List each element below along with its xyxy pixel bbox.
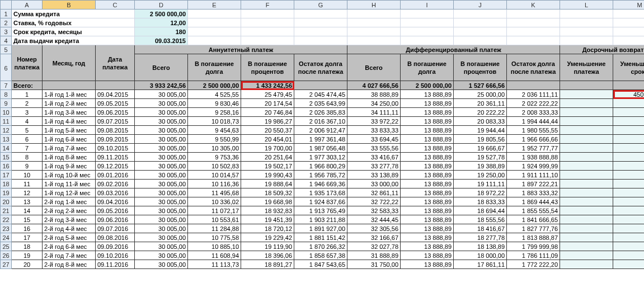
cell-d-total[interactable]: 34 111,11 bbox=[347, 108, 401, 117]
cell-a-balance[interactable]: 1 966 800,29 bbox=[294, 162, 347, 171]
cell-a-interest[interactable]: 19 668,98 bbox=[241, 197, 294, 206]
cell-d-interest[interactable]: 18 833,33 bbox=[454, 197, 507, 206]
row-header-5[interactable]: 5 bbox=[1, 45, 12, 54]
cell-month[interactable]: 1-й год 7-й мес bbox=[43, 144, 96, 153]
cell-a-total[interactable]: 30 005,00 bbox=[135, 117, 188, 126]
cell-date[interactable]: 09.03.2016 bbox=[96, 188, 135, 197]
cell-d-balance[interactable]: 1 980 555,55 bbox=[507, 126, 560, 135]
cell-d-total[interactable]: 32 722,22 bbox=[347, 197, 401, 206]
cell-d-interest[interactable]: 19 944,44 bbox=[454, 126, 507, 135]
col-header-G[interactable]: G bbox=[294, 1, 347, 10]
col-header-J[interactable]: J bbox=[454, 1, 507, 10]
cell-less-pay[interactable] bbox=[560, 108, 613, 117]
cell-num[interactable]: 9 bbox=[12, 162, 43, 171]
cell-month[interactable]: 2-й год 5-й мес bbox=[43, 233, 96, 242]
cell-less-term[interactable] bbox=[613, 135, 644, 144]
cell-date[interactable]: 09.02.2016 bbox=[96, 180, 135, 188]
cell-d-balance[interactable]: 2 022 222,22 bbox=[507, 99, 560, 108]
cell-a-principal[interactable]: 11 495,68 bbox=[188, 188, 241, 197]
cell-a-balance[interactable]: 2 006 912,47 bbox=[294, 126, 347, 135]
cell-d-balance[interactable]: 1 924 999,99 bbox=[507, 162, 560, 171]
cell-less-term[interactable] bbox=[613, 215, 644, 224]
cell-less-pay[interactable] bbox=[560, 126, 613, 135]
cell-a-principal[interactable]: 9 753,36 bbox=[188, 153, 241, 162]
cell-a-interest[interactable]: 19 229,42 bbox=[241, 233, 294, 242]
row-header-9[interactable]: 9 bbox=[1, 99, 12, 108]
cell-a-balance[interactable]: 2 035 643,99 bbox=[294, 99, 347, 108]
cell-a-principal[interactable]: 10 305,00 bbox=[188, 144, 241, 153]
cell-d-principal[interactable]: 13 888,89 bbox=[401, 171, 454, 180]
cell-month[interactable]: 1-й год 4-й мес bbox=[43, 117, 96, 126]
input-loan-sum[interactable]: 2 500 000,00 bbox=[135, 10, 188, 18]
cell-d-total[interactable]: 32 444,45 bbox=[347, 215, 401, 224]
cell-d-interest[interactable]: 18 555,56 bbox=[454, 215, 507, 224]
cell-a-principal[interactable]: 11 113,73 bbox=[188, 260, 241, 269]
cell-a-balance[interactable]: 1 946 669,36 bbox=[294, 180, 347, 188]
cell-d-principal[interactable]: 13 888,89 bbox=[401, 126, 454, 135]
cell-num[interactable]: 7 bbox=[12, 144, 43, 153]
cell-d-principal[interactable]: 13 888,89 bbox=[401, 90, 454, 99]
row-header-12[interactable]: 12 bbox=[1, 126, 12, 135]
cell-less-term[interactable] bbox=[613, 251, 644, 260]
cell-date[interactable]: 09.04.2016 bbox=[96, 197, 135, 206]
cell-d-interest[interactable]: 19 805,56 bbox=[454, 135, 507, 144]
cell-a-balance[interactable]: 2 045 474,45 bbox=[294, 90, 347, 99]
cell-d-principal[interactable]: 13 888,89 bbox=[401, 224, 454, 233]
cell-a-interest[interactable]: 19 451,39 bbox=[241, 215, 294, 224]
cell-month[interactable]: 2-й год 6-й мес bbox=[43, 242, 96, 251]
cell-d-total[interactable]: 33 555,56 bbox=[347, 144, 401, 153]
row-header-10[interactable]: 10 bbox=[1, 108, 12, 117]
cell-date[interactable]: 09.07.2016 bbox=[96, 224, 135, 233]
cell-d-interest[interactable]: 19 527,78 bbox=[454, 153, 507, 162]
cell-a-total[interactable]: 30 005,00 bbox=[135, 180, 188, 188]
cell-less-term[interactable] bbox=[613, 117, 644, 126]
cell-d-total[interactable]: 31 750,00 bbox=[347, 260, 401, 269]
row-header-20[interactable]: 20 bbox=[1, 197, 12, 206]
row-header-6[interactable]: 6 bbox=[1, 54, 12, 81]
cell-a-balance[interactable]: 2 026 385,83 bbox=[294, 108, 347, 117]
cell-d-interest[interactable]: 20 083,33 bbox=[454, 117, 507, 126]
row-header-21[interactable]: 21 bbox=[1, 206, 12, 215]
row-header-24[interactable]: 24 bbox=[1, 233, 12, 242]
cell-num[interactable]: 4 bbox=[12, 117, 43, 126]
cell-month[interactable]: 1-й год 5-й мес bbox=[43, 126, 96, 135]
cell-a-total[interactable]: 30 005,00 bbox=[135, 251, 188, 260]
cell-date[interactable]: 09.09.2016 bbox=[96, 242, 135, 251]
cell-d-balance[interactable]: 2 008 333,33 bbox=[507, 108, 560, 117]
cell-less-pay[interactable] bbox=[560, 251, 613, 260]
cell-less-pay[interactable] bbox=[560, 224, 613, 233]
cell-d-total[interactable]: 32 861,11 bbox=[347, 188, 401, 197]
cell-d-interest[interactable]: 19 388,89 bbox=[454, 162, 507, 171]
row-header-11[interactable]: 11 bbox=[1, 117, 12, 126]
cell-a-total[interactable]: 30 005,00 bbox=[135, 90, 188, 99]
cell-d-interest[interactable]: 18 416,67 bbox=[454, 224, 507, 233]
col-header-C[interactable]: C bbox=[96, 1, 135, 10]
cell-d-principal[interactable]: 13 888,89 bbox=[401, 108, 454, 117]
cell-a-interest[interactable]: 20 550,37 bbox=[241, 126, 294, 135]
cell-month[interactable]: 2-й год 3-й мес bbox=[43, 215, 96, 224]
cell-d-principal[interactable]: 13 888,89 bbox=[401, 180, 454, 188]
row-header-2[interactable]: 2 bbox=[1, 18, 12, 27]
cell-less-pay[interactable] bbox=[560, 242, 613, 251]
cell-num[interactable]: 11 bbox=[12, 180, 43, 188]
cell-num[interactable]: 17 bbox=[12, 233, 43, 242]
col-header-E[interactable]: E bbox=[188, 1, 241, 10]
cell-less-term[interactable] bbox=[613, 153, 644, 162]
cell-less-term[interactable] bbox=[613, 242, 644, 251]
cell-a-total[interactable]: 30 005,00 bbox=[135, 99, 188, 108]
cell-a-total[interactable]: 30 005,00 bbox=[135, 135, 188, 144]
cell-d-total[interactable]: 33 000,00 bbox=[347, 180, 401, 188]
cell-a-interest[interactable]: 20 746,84 bbox=[241, 108, 294, 117]
cell-d-principal[interactable]: 13 888,89 bbox=[401, 135, 454, 144]
cell-d-total[interactable]: 38 888,89 bbox=[347, 90, 401, 99]
cell-date[interactable]: 09.10.2016 bbox=[96, 251, 135, 260]
cell-d-balance[interactable]: 1 938 888,88 bbox=[507, 153, 560, 162]
row-header-14[interactable]: 14 bbox=[1, 144, 12, 153]
cell-a-interest[interactable]: 18 891,27 bbox=[241, 260, 294, 269]
row-header-18[interactable]: 18 bbox=[1, 180, 12, 188]
cell-a-interest[interactable]: 18 720,12 bbox=[241, 224, 294, 233]
cell-a-balance[interactable]: 1 956 785,72 bbox=[294, 171, 347, 180]
cell-date[interactable]: 09.11.2015 bbox=[96, 153, 135, 162]
cell-d-principal[interactable]: 13 888,89 bbox=[401, 153, 454, 162]
cell-num[interactable]: 16 bbox=[12, 224, 43, 233]
